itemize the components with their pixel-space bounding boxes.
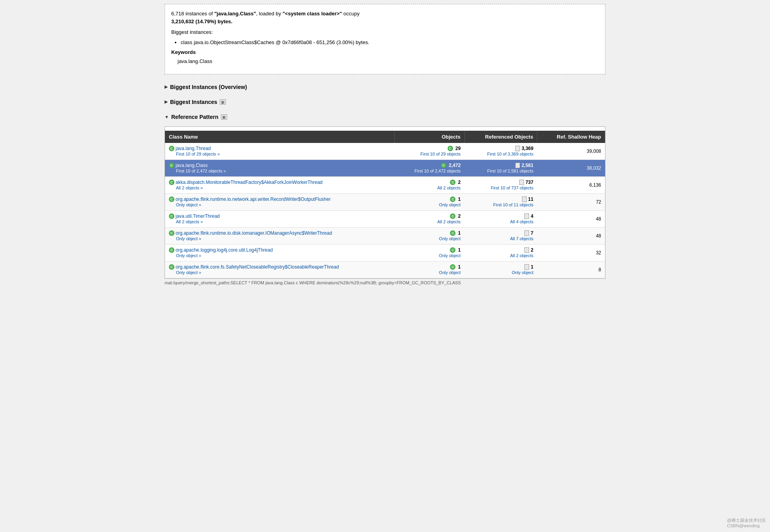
ref-objects-count: 2 [531,247,533,253]
objects-link[interactable]: First 10 of 29 objects [420,152,461,156]
biggest-instances-header[interactable]: ▶ Biggest Instances ⊞ [165,96,605,108]
obj-class-icon: C [441,163,446,168]
class-name-link[interactable]: java.lang.Class [176,163,207,168]
class-c-icon: C [169,163,174,168]
objects-link[interactable]: Only object [439,253,461,258]
ref-shallow-heap-cell: 32 [537,244,605,261]
class-name-cell: Cjava.lang.ClassFirst 10 of 2,472 object… [165,159,395,176]
sub-link[interactable]: All 2 objects » [176,219,203,224]
obj-class-icon: C [448,146,453,151]
export-icon: ⊞ [220,99,226,105]
objects-cell: C29First 10 of 29 objects [395,143,465,160]
reference-pattern-header[interactable]: ▼ Reference Pattern ⊞ [165,111,605,122]
table-row: Cjava.lang.ClassFirst 10 of 2,472 object… [165,159,605,176]
biggest-instances-title: Biggest Instances [170,99,217,105]
class-name-cell: Corg.apache.flink.core.fs.SafetyNetClose… [165,261,395,278]
objects-link[interactable]: Only object [439,202,461,207]
doc-icon [519,180,524,185]
ref-objects-link[interactable]: First 10 of 2,581 objects [487,169,533,173]
reference-pattern-title: Reference Pattern [171,114,218,120]
objects-count: 1 [458,264,461,270]
objects-cell: C2All 2 objects [395,176,465,193]
objects-cell: C2All 2 objects [395,210,465,227]
doc-icon [524,247,529,253]
ref-objects-link[interactable]: All 2 objects [510,253,533,258]
class-name-link[interactable]: org.apache.logging.log4j.core.util.Log4j… [176,247,273,253]
description-text: 6,718 instances of "java.lang.Class", lo… [171,10,599,25]
ref-objects-cell: 4All 4 objects [465,210,537,227]
biggest-instances-overview-header[interactable]: ▶ Biggest Instances (Overview) [165,82,605,93]
objects-cell: C1Only object [395,244,465,261]
class-name-cell: Cakka.dispatch.MonitorableThreadFactory$… [165,176,395,193]
ref-objects-count: 1 [531,264,533,270]
class-name-cell: Corg.apache.logging.log4j.core.util.Log4… [165,244,395,261]
biggest-instances-list: class java.io.ObjectStreamClass$Caches @… [181,39,599,45]
class-name-link[interactable]: org.apache.flink.runtime.io.disk.iomanag… [176,230,332,236]
class-name-cell: Cjava.lang.ThreadFirst 10 of 29 objects … [165,143,395,160]
bottom-url: mat:/query/merge_shortest_paths:SELECT *… [165,280,605,285]
ref-objects-link[interactable]: All 4 objects [510,219,533,224]
doc-icon [524,230,529,236]
class-c-icon: C [169,180,174,185]
sub-link[interactable]: First 10 of 29 objects » [176,152,220,156]
table-row: Corg.apache.flink.runtime.io.network.api… [165,193,605,210]
col-objects: Objects [395,131,465,143]
biggest-instances-label: Biggest instances: [171,28,599,36]
objects-link[interactable]: Only object [439,236,461,241]
obj-class-icon: C [450,230,455,236]
bytes-info: 3,210,632 (14.79%) bytes. [171,19,232,24]
objects-link[interactable]: First 10 of 2,472 objects [415,169,461,173]
objects-link[interactable]: All 2 objects [437,185,461,190]
objects-cell: C1Only object [395,227,465,244]
ref-shallow-heap-cell: 6,136 [537,176,605,193]
table-row: Corg.apache.logging.log4j.core.util.Log4… [165,244,605,261]
ref-objects-cell: 7All 7 objects [465,227,537,244]
objects-count: 2 [458,180,461,185]
objects-cell: C1Only object [395,193,465,210]
ref-objects-link[interactable]: Only object [512,270,533,275]
doc-icon [524,213,529,219]
ref-shallow-heap-cell: 48 [537,210,605,227]
ref-objects-cell: 2All 2 objects [465,244,537,261]
objects-link[interactable]: Only object [439,270,461,275]
class-name-link[interactable]: akka.dispatch.MonitorableThreadFactory$A… [176,180,322,185]
class-c-icon: C [169,230,174,236]
sub-link[interactable]: First 10 of 2,472 objects » [176,169,226,173]
sub-link[interactable]: Only object » [176,202,201,207]
objects-cell: C1Only object [395,261,465,278]
table-row: Corg.apache.flink.core.fs.SafetyNetClose… [165,261,605,278]
obj-class-icon: C [450,264,455,270]
objects-count: 2 [458,213,461,219]
ref-objects-cell: 11First 10 of 11 objects [465,193,537,210]
doc-icon [515,163,520,168]
ref-objects-link[interactable]: First 10 of 3,369 objects [487,152,533,156]
class-name-cell: Corg.apache.flink.runtime.io.disk.iomana… [165,227,395,244]
objects-link[interactable]: All 2 objects [437,219,461,224]
sub-link[interactable]: All 2 objects » [176,185,203,190]
col-ref-shallow-heap: Ref. Shallow Heap [537,131,605,143]
sub-link[interactable]: Only object » [176,270,201,275]
biggest-instance-item: class java.io.ObjectStreamClass$Caches @… [181,39,599,45]
sub-link[interactable]: Only object » [176,253,201,258]
objects-count: 1 [458,230,461,236]
class-name-cell: Corg.apache.flink.runtime.io.network.api… [165,193,395,210]
ref-shallow-heap-cell: 39,008 [537,143,605,160]
objects-cell: C2,472First 10 of 2,472 objects [395,159,465,176]
triangle-right-icon2: ▶ [165,99,168,104]
doc-icon [515,146,520,151]
export-icon2: ⊞ [221,114,227,120]
ref-objects-link[interactable]: All 7 objects [510,236,533,241]
ref-objects-count: 4 [531,213,533,219]
ref-objects-count: 11 [528,196,533,202]
loader-bold: "<system class loader>" [283,11,342,17]
class-name-link[interactable]: java.util.TimerThread [176,213,220,219]
class-name-link[interactable]: java.lang.Thread [176,146,211,151]
sub-link[interactable]: Only object » [176,236,201,241]
ref-objects-count: 2,581 [522,163,533,168]
class-name-link[interactable]: org.apache.flink.core.fs.SafetyNetClosea… [176,264,339,270]
doc-icon [522,196,527,202]
ref-objects-link[interactable]: First 10 of 737 objects [491,185,533,190]
triangle-down-icon: ▼ [165,115,169,119]
class-name-link[interactable]: org.apache.flink.runtime.io.network.api.… [176,196,331,202]
ref-objects-link[interactable]: First 10 of 11 objects [493,202,533,207]
